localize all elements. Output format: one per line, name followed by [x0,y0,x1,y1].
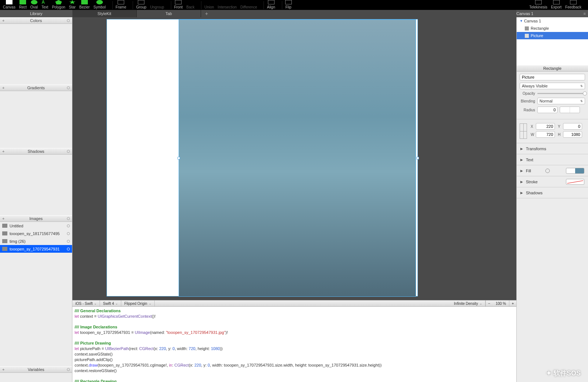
chevron-down-icon: ⌄ [480,302,482,305]
zoom-out-button[interactable]: − [485,300,493,306]
anchor-widget[interactable] [520,123,527,139]
layer-item[interactable]: Picture [517,32,588,39]
transforms-accordion[interactable]: ▶Transforms [517,143,588,154]
image-item[interactable]: Untitled [0,222,72,230]
gear-icon[interactable] [545,169,550,173]
tab-tab[interactable]: Tab [137,10,201,17]
tool-bezier[interactable]: Bezier [79,0,90,9]
tool-telekinesis[interactable]: Telekinesis [529,0,547,9]
tool-oval[interactable]: Oval [30,0,38,9]
tool-star[interactable]: Star [69,0,76,9]
library-sidebar: +Colors +Gradients +Shadows +Images Unti… [0,17,72,382]
shadows-accordion[interactable]: ▶Shadows [517,187,588,198]
shape-name-input[interactable] [520,74,585,80]
canvas-viewport[interactable] [72,17,516,300]
radius-input[interactable] [537,107,557,113]
picture-shape[interactable] [179,19,416,297]
image-item[interactable]: timg (26) [0,237,72,245]
density-select[interactable]: Infinite Density⌄ [451,300,485,306]
zoom-in-button[interactable]: + [509,300,516,306]
canvas-name-header[interactable]: Canvas 1≡ [516,10,588,17]
opacity-slider[interactable] [537,93,585,94]
tool-export[interactable]: Export [551,0,562,9]
code-output[interactable]: //// General Declarations let context = … [72,307,516,382]
disclosure-icon[interactable] [67,217,70,220]
w-input[interactable] [536,131,555,138]
plus-icon[interactable]: + [2,367,4,372]
layer-thumb-icon [525,26,529,30]
chevron-updown-icon: ⇅ [580,100,583,103]
tool-intersection[interactable]: Intersection [218,0,237,9]
h-input[interactable] [563,131,582,138]
lang-select[interactable]: Swift 4⌄ [100,300,121,306]
stroke-accordion[interactable]: ▶Stroke [517,176,588,187]
chevron-down-icon: ⌄ [94,302,97,305]
plus-icon[interactable]: + [2,86,4,90]
tool-feedback[interactable]: Feedback [565,0,581,9]
origin-select[interactable]: Flipped Origin⌄ [121,300,154,306]
chevron-right-icon: ▶ [520,158,523,162]
platform-select[interactable]: iOS - Swift⌄ [72,300,100,306]
image-thumb-icon [2,239,7,243]
image-item[interactable]: tooopen_sy_170729547931 [0,245,72,253]
layers-panel: ▼Canvas 1 Rectangle Picture [517,17,588,65]
tool-frame[interactable]: Frame [116,0,126,9]
tool-difference[interactable]: Difference [240,0,257,9]
tool-ungroup[interactable]: Ungroup [150,0,164,9]
disclosure-icon[interactable] [67,224,70,227]
plus-icon[interactable]: + [2,18,4,23]
chevron-right-icon: ▶ [520,180,523,184]
chevron-down-icon: ▼ [520,19,523,23]
fill-accordion[interactable]: ▶Fill [517,165,588,176]
chevron-down-icon: ≡ [584,11,588,16]
tool-canvas[interactable]: Canvas [3,0,15,9]
code-toolbar: iOS - Swift⌄ Swift 4⌄ Flipped Origin⌄ In… [72,300,516,307]
fill-swatch[interactable] [566,168,584,174]
disclosure-icon[interactable] [67,86,70,89]
layer-canvas-root[interactable]: ▼Canvas 1 [517,17,588,25]
x-input[interactable] [536,123,555,130]
tool-text[interactable]: AText [42,0,48,9]
layer-item[interactable]: Rectangle [517,25,588,32]
zoom-level: 100 % [493,300,509,306]
chevron-down-icon: ⌄ [149,302,151,305]
visibility-select[interactable]: Always Visible⇅ [520,83,585,89]
layer-thumb-icon [525,34,529,38]
disclosure-icon[interactable] [67,248,70,251]
text-accordion[interactable]: ▶Text [517,154,588,165]
disclosure-icon[interactable] [67,232,70,235]
radius-label: Radius [520,108,537,112]
disclosure-icon[interactable] [67,19,70,22]
disclosure-icon[interactable] [67,368,70,371]
tab-stylekit[interactable]: StyleKit [72,10,137,17]
disclosure-icon[interactable] [67,150,70,153]
tool-rect[interactable]: Rect [19,0,27,9]
artboard[interactable] [107,19,418,296]
blending-select[interactable]: Normal⇅ [537,98,585,104]
plus-icon[interactable]: + [2,149,4,154]
tool-union[interactable]: Union [204,0,214,9]
image-item[interactable]: tooopen_sy_181715677495 [0,230,72,237]
disclosure-icon[interactable] [67,240,70,243]
inspector-sidebar: ▼Canvas 1 Rectangle Picture Rectangle Al… [516,17,588,382]
tool-flip[interactable]: Flip [285,0,292,9]
tool-back[interactable]: Back [186,0,194,9]
tool-symbol[interactable]: Symbol [93,0,105,9]
shadows-section-header[interactable]: +Shadows [0,148,72,155]
tab-add-button[interactable]: + [201,10,212,17]
stroke-swatch[interactable] [566,179,584,185]
chevron-right-icon: ▶ [520,169,523,173]
tool-align[interactable]: Align [267,0,275,9]
radius-corners-toggle[interactable] [560,107,580,113]
tool-polygon[interactable]: Polygon [52,0,65,9]
y-input[interactable] [563,123,582,130]
images-section-header[interactable]: +Images [0,215,72,222]
tool-front[interactable]: Front [174,0,183,9]
gradients-section-header[interactable]: +Gradients [0,84,72,91]
variables-section-header[interactable]: +Variables [0,366,72,373]
plus-icon[interactable]: + [2,216,4,221]
opacity-label: Opacity [520,91,537,96]
colors-section-header[interactable]: +Colors [0,17,72,24]
tool-group[interactable]: Group [136,0,146,9]
library-tab-header: Library [0,10,72,17]
